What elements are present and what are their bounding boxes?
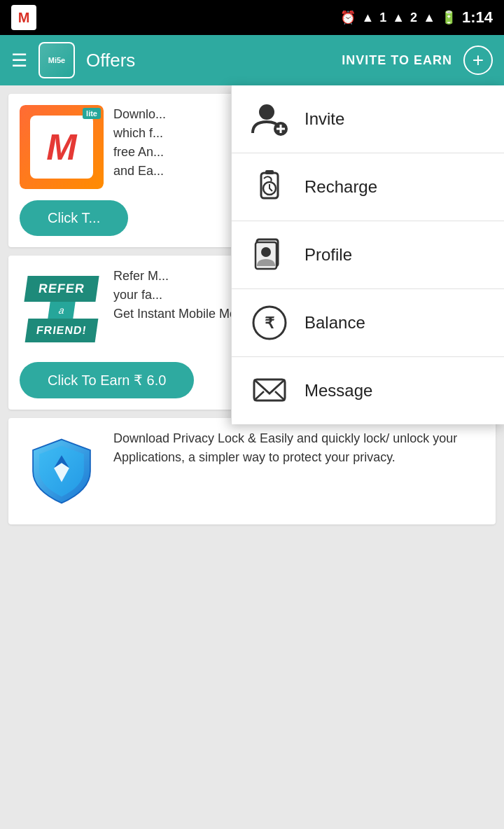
refer-mid-label: a bbox=[48, 302, 75, 319]
refer-top-label: REFER bbox=[24, 276, 99, 302]
status-time: 1:14 bbox=[462, 8, 493, 27]
svg-rect-7 bbox=[265, 170, 274, 174]
svg-point-11 bbox=[261, 247, 271, 257]
offer-card-privacy: Download Privacy Lock & Easily and quick… bbox=[8, 418, 496, 524]
signal1-icon: ▲ bbox=[392, 11, 405, 25]
toolbar: ☰ Mi5e Offers INVITE TO EARN + bbox=[0, 35, 504, 85]
app-logo: Mi5e bbox=[38, 42, 75, 78]
lite-badge: lite bbox=[83, 108, 101, 119]
status-bar-left: M bbox=[11, 5, 36, 30]
battery-icon: 🔋 bbox=[441, 10, 456, 25]
invite-to-earn-button[interactable]: INVITE TO EARN bbox=[342, 53, 452, 68]
hamburger-button[interactable]: ☰ bbox=[11, 50, 27, 71]
message-label: Message bbox=[304, 381, 372, 400]
svg-line-15 bbox=[254, 391, 264, 400]
balance-label: Balance bbox=[304, 313, 365, 333]
balance-icon: ₹ bbox=[251, 305, 288, 341]
dropdown-item-profile[interactable]: Profile bbox=[232, 221, 504, 289]
privacy-icon bbox=[20, 429, 104, 513]
signal2-label: 2 bbox=[410, 11, 417, 25]
privacy-offer-text: Download Privacy Lock & Easily and quick… bbox=[113, 429, 484, 467]
status-bar: M ⏰ ▲ 1 ▲ 2 ▲ 🔋 1:14 bbox=[0, 0, 504, 35]
refer-icon: REFER a FRIEND! bbox=[20, 267, 104, 351]
dropdown-item-balance[interactable]: ₹ Balance bbox=[232, 289, 504, 357]
refer-bot-label: FRIEND! bbox=[25, 319, 99, 342]
svg-text:₹: ₹ bbox=[265, 314, 275, 332]
alarm-icon: ⏰ bbox=[340, 10, 356, 25]
recharge-label: Recharge bbox=[304, 177, 377, 197]
market-click-button[interactable]: Click T... bbox=[20, 200, 128, 236]
svg-line-16 bbox=[275, 391, 285, 400]
signal1-label: 1 bbox=[379, 11, 386, 25]
profile-icon bbox=[251, 237, 288, 273]
dropdown-item-message[interactable]: Message bbox=[232, 357, 504, 424]
dropdown-item-invite[interactable]: Invite bbox=[232, 85, 504, 153]
message-icon bbox=[251, 372, 288, 409]
dropdown-item-recharge[interactable]: Recharge bbox=[232, 153, 504, 221]
recharge-icon bbox=[251, 169, 288, 205]
toolbar-title: Offers bbox=[86, 50, 330, 71]
signal2-icon: ▲ bbox=[423, 11, 435, 25]
invite-icon bbox=[251, 101, 288, 137]
invite-label: Invite bbox=[304, 109, 344, 129]
refer-click-button[interactable]: Click To Earn ₹ 6.0 bbox=[20, 362, 194, 398]
dropdown-menu: Invite Recharge Profile bbox=[231, 85, 504, 424]
gmail-icon: M bbox=[11, 5, 36, 30]
status-bar-right: ⏰ ▲ 1 ▲ 2 ▲ 🔋 1:14 bbox=[340, 8, 493, 27]
wifi-icon: ▲ bbox=[361, 11, 374, 25]
profile-label: Profile bbox=[304, 245, 352, 265]
market-offer-icon: M lite bbox=[20, 105, 104, 189]
svg-point-2 bbox=[259, 104, 274, 120]
add-button[interactable]: + bbox=[463, 46, 493, 75]
